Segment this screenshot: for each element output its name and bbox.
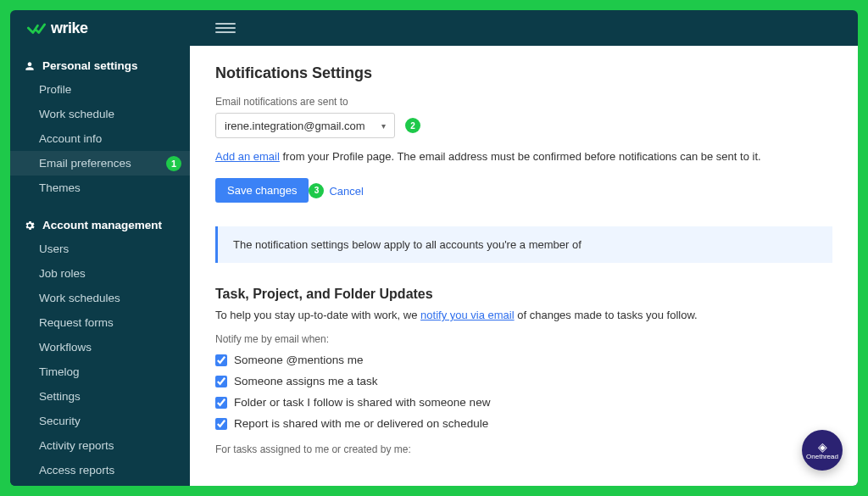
- sidebar: Personal settings Profile Work schedule …: [10, 46, 190, 486]
- onethread-floating-logo[interactable]: ◈ Onethread: [802, 430, 843, 471]
- annotation-badge-2: 2: [405, 118, 420, 133]
- section-title: Task, Project, and Folder Updates: [215, 287, 832, 302]
- sidebar-item-activity-reports[interactable]: Activity reports: [10, 433, 190, 458]
- add-email-hint: Add an email from your Profile page. The…: [215, 150, 832, 163]
- sidebar-item-security[interactable]: Security: [10, 409, 190, 433]
- sidebar-item-account-info[interactable]: Account info: [10, 126, 190, 151]
- sidebar-item-themes[interactable]: Themes: [10, 176, 190, 200]
- cancel-button[interactable]: Cancel: [317, 185, 363, 198]
- section-description: To help you stay up-to-date with work, w…: [215, 309, 832, 321]
- sidebar-section-label: Account management: [42, 219, 162, 231]
- sidebar-section-label: Personal settings: [42, 59, 138, 72]
- notify-when-label: Notify me by email when:: [215, 333, 832, 345]
- person-icon: [24, 60, 36, 72]
- check-assigns-box[interactable]: [215, 376, 227, 387]
- tasks-assigned-label: For tasks assigned to me or created by m…: [215, 443, 832, 455]
- email-field-label: Email notifications are sent to: [215, 96, 832, 108]
- hint-text: from your Profile page. The email addres…: [280, 150, 761, 163]
- check-shared-box[interactable]: [215, 397, 227, 409]
- topbar: wrike: [10, 10, 858, 46]
- sidebar-item-job-roles[interactable]: Job roles: [10, 261, 190, 286]
- main-content: Notifications Settings Email notificatio…: [190, 46, 858, 486]
- notify-email-link[interactable]: notify you via email: [420, 309, 515, 321]
- info-banner: The notification settings below apply to…: [215, 226, 832, 263]
- sidebar-section-account: Account management: [10, 212, 190, 237]
- check-mentions[interactable]: Someone @mentions me: [215, 354, 832, 366]
- floating-logo-label: Onethread: [806, 453, 838, 460]
- brand-logo: wrike: [27, 20, 88, 37]
- sidebar-item-email-preferences[interactable]: Email preferences 1: [10, 151, 190, 176]
- add-email-link[interactable]: Add an email: [215, 150, 280, 163]
- gear-icon: [24, 220, 36, 231]
- annotation-badge-3: 3: [309, 183, 324, 198]
- email-select-value: irene.integration@gmail.com: [225, 120, 365, 132]
- email-select[interactable]: irene.integration@gmail.com ▾: [215, 113, 395, 138]
- annotation-badge-1: 1: [166, 156, 181, 171]
- check-report[interactable]: Report is shared with me or delivered on…: [215, 417, 832, 430]
- check-label: Someone @mentions me: [234, 354, 364, 366]
- sidebar-section-personal: Personal settings: [10, 53, 190, 77]
- logo-check-icon: [27, 22, 46, 34]
- sidebar-item-workflows[interactable]: Workflows: [10, 335, 190, 359]
- check-label: Folder or task I follow is shared with s…: [234, 396, 490, 409]
- sidebar-item-work-schedules[interactable]: Work schedules: [10, 286, 190, 310]
- sidebar-item-work-schedule[interactable]: Work schedule: [10, 102, 190, 126]
- sidebar-item-request-forms[interactable]: Request forms: [10, 310, 190, 335]
- check-label: Someone assigns me a task: [234, 375, 378, 387]
- check-assigns[interactable]: Someone assigns me a task: [215, 375, 832, 387]
- sidebar-item-profile[interactable]: Profile: [10, 77, 190, 102]
- brand-name: wrike: [51, 20, 88, 37]
- sidebar-item-access-reports[interactable]: Access reports: [10, 458, 190, 482]
- cube-icon: ◈: [806, 441, 838, 453]
- sidebar-item-users[interactable]: Users: [10, 237, 190, 261]
- check-report-box[interactable]: [215, 418, 227, 430]
- sidebar-item-timelog[interactable]: Timelog: [10, 359, 190, 384]
- save-button[interactable]: Save changes: [215, 178, 309, 203]
- sidebar-item-settings[interactable]: Settings: [10, 384, 190, 409]
- check-mentions-box[interactable]: [215, 354, 227, 366]
- check-label: Report is shared with me or delivered on…: [234, 417, 488, 430]
- menu-toggle-icon[interactable]: [215, 23, 236, 33]
- check-shared[interactable]: Folder or task I follow is shared with s…: [215, 396, 832, 409]
- page-title: Notifications Settings: [215, 64, 832, 82]
- chevron-down-icon: ▾: [381, 121, 386, 131]
